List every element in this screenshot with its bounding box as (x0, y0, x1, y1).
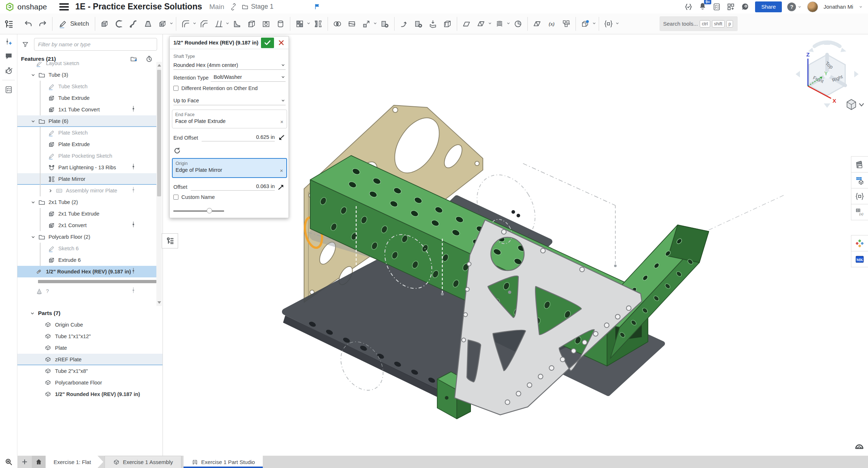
home-tab-button[interactable] (32, 456, 46, 468)
feature-row[interactable]: Plate Pocketing Sketch (17, 150, 156, 162)
direction-arrow-icon[interactable] (277, 133, 286, 142)
workspace-name[interactable]: Main (209, 3, 224, 11)
draft-menu-caret[interactable] (226, 21, 230, 27)
shaft-type-select[interactable]: Rounded Hex (4mm center) (173, 60, 286, 70)
parts-header[interactable]: Parts (7) (17, 307, 163, 319)
scrollbar-thumb[interactable] (157, 70, 161, 196)
enclose-button[interactable] (440, 16, 455, 32)
part-row[interactable]: Origin Cube (17, 319, 163, 331)
surface-button[interactable] (474, 16, 488, 32)
slider-thumb[interactable] (207, 208, 212, 213)
clear-selection-icon[interactable]: × (280, 119, 283, 125)
feature-row[interactable]: Part Lightening - 13 Ribs (17, 162, 156, 173)
revolve-button[interactable] (112, 16, 126, 32)
flip-direction-icon[interactable] (173, 146, 181, 154)
thicken-menu-caret[interactable] (170, 21, 174, 27)
part-row[interactable]: Tube 2"x1"x8" (17, 365, 163, 377)
different-retention-checkbox[interactable]: Different Retention on Other End (173, 85, 258, 91)
tree-caret[interactable] (30, 234, 38, 240)
loft-button[interactable] (141, 16, 155, 32)
clear-selection-icon[interactable]: × (280, 167, 283, 174)
feature-row[interactable]: ? (17, 285, 156, 297)
delete-part-button[interactable] (378, 16, 392, 32)
tab-exercise-1-flat[interactable]: Exercise 1: Flat (46, 456, 103, 468)
feature-row[interactable]: Sketch 6 (17, 243, 156, 254)
part-row[interactable]: Tube 1"x1"x12" (17, 331, 163, 342)
origin-field-highlighted[interactable]: Origin Edge of Plate Mirror × (172, 158, 287, 178)
panel-collapse-button[interactable] (162, 233, 178, 248)
drag-handle-icon[interactable] (130, 267, 135, 276)
app-color-tool-button[interactable] (851, 235, 868, 251)
thicken-button[interactable] (155, 16, 170, 32)
split-button[interactable] (345, 16, 359, 32)
helix-menu-caret[interactable] (507, 21, 511, 27)
drag-handle-icon[interactable] (130, 221, 135, 230)
rib-button[interactable] (230, 16, 244, 32)
drag-handle-icon[interactable] (130, 186, 135, 195)
feature-row[interactable]: Plate Extrude (17, 139, 156, 150)
feature-row[interactable]: Tube Extrude (17, 92, 156, 104)
mirror-button[interactable] (311, 16, 325, 32)
feature-row[interactable]: Plate (6) (17, 115, 156, 127)
end-offset-field[interactable]: End Offset 0.625 in (173, 133, 286, 142)
sheet-metal-button[interactable] (530, 16, 544, 32)
insert-feature-button[interactable] (0, 34, 17, 49)
featurescript-menu-caret[interactable] (616, 21, 620, 27)
plane-button[interactable] (459, 16, 474, 32)
feature-row[interactable]: Plate Sketch (17, 127, 156, 139)
feature-row[interactable]: Tube Sketch (17, 81, 156, 92)
comments-button[interactable] (0, 49, 17, 63)
view-options-button[interactable] (847, 99, 864, 110)
feature-row[interactable]: Assembly mirror Plate (17, 185, 156, 196)
feature-row[interactable]: 2x1 Tube (2) (17, 196, 156, 208)
surface-menu-caret[interactable] (488, 21, 492, 27)
filter-input[interactable] (34, 38, 157, 51)
fillet-menu-caret[interactable] (193, 21, 197, 27)
measure-protractor-button[interactable] (854, 441, 865, 454)
end-condition-select[interactable]: Up to Face (173, 96, 286, 105)
move-face-button[interactable] (397, 16, 411, 32)
configurations-button[interactable] (851, 172, 868, 188)
feature-list-toggle-button[interactable] (1, 15, 17, 34)
custom-tables-button[interactable] (851, 204, 868, 220)
drag-handle-icon[interactable] (130, 105, 135, 114)
feature-row[interactable]: Polycarb Floor (2) (17, 231, 156, 243)
linear-pattern-button[interactable] (292, 16, 307, 32)
hamburger-menu-icon[interactable] (59, 3, 69, 10)
sweep-button[interactable] (126, 16, 141, 32)
link-icon[interactable] (230, 3, 237, 10)
onshape-logo[interactable]: onshape (0, 2, 47, 12)
tab-exercise-1-part-studio[interactable]: Exercise 1 Part Studio (184, 456, 263, 468)
feature-row[interactable]: Extrude 6 (17, 254, 156, 266)
help-button[interactable]: ? (787, 3, 802, 11)
drag-handle-icon[interactable] (130, 163, 135, 172)
end-face-field[interactable]: End Face Face of Plate Extrude × (172, 110, 287, 128)
featurescript-check-icon[interactable] (684, 3, 693, 11)
rollback-bar-handle[interactable] (38, 280, 156, 283)
feature-row[interactable]: Plate Mirror (17, 173, 156, 185)
feature-tree-scrollbar[interactable] (156, 62, 162, 306)
feature-row[interactable]: 1/2" Rounded Hex (REV) (9.187 in) (17, 266, 156, 277)
derived-button[interactable] (559, 16, 573, 32)
tree-caret[interactable] (30, 119, 38, 124)
app-mk-button[interactable] (851, 251, 868, 267)
user-name[interactable]: Jonathan Mi (823, 4, 853, 10)
share-button[interactable]: Share (755, 1, 782, 12)
display-states-button[interactable] (578, 16, 593, 32)
part-row[interactable]: 1/2" Rounded Hex (REV) (9.187 in) (17, 388, 163, 400)
display-states-menu-caret[interactable] (593, 21, 597, 27)
dialog-opacity-slider[interactable] (173, 208, 224, 214)
scroll-down-arrow[interactable] (157, 301, 161, 304)
point-button[interactable] (511, 16, 525, 32)
apps-icon[interactable] (726, 3, 735, 11)
feature-row[interactable]: 2x1 Tube Extrude (17, 208, 156, 220)
boolean-button[interactable] (330, 16, 345, 32)
tab-exercise-1-assembly[interactable]: Exercise 1 Assembly (105, 456, 181, 468)
part-row[interactable]: Plate (17, 342, 163, 354)
search-tools[interactable]: Search tools... ctrl shift p (660, 16, 738, 31)
history-button[interactable] (0, 63, 17, 78)
featurescript-button[interactable] (601, 16, 616, 32)
helix-button[interactable] (492, 16, 507, 32)
view-cube[interactable]: Top Front Right Z X Y (796, 41, 859, 108)
dialog-confirm-button[interactable] (261, 38, 274, 48)
